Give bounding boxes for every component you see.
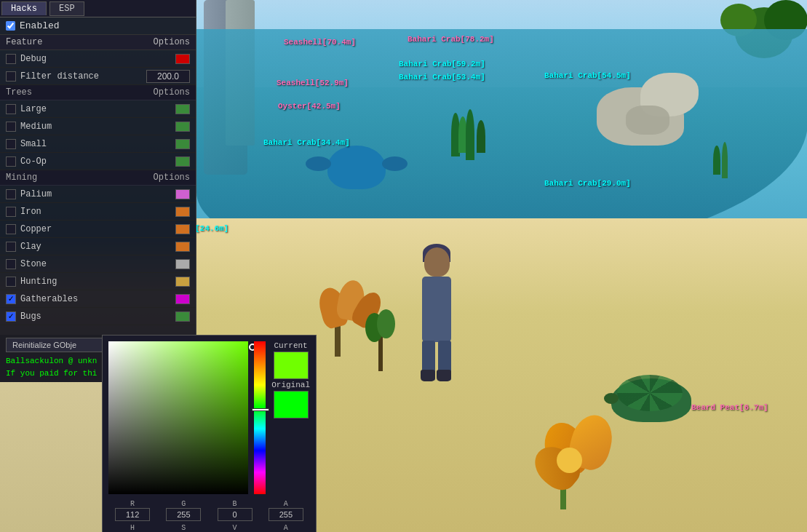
gatherables-checkbox[interactable]: ✓ [6, 294, 16, 304]
mining-stone-color[interactable] [175, 259, 190, 269]
gatherables-row: ✓ Gatherables [0, 290, 196, 308]
hunting-color[interactable] [175, 277, 190, 287]
tree-small-color[interactable] [175, 139, 190, 149]
s-label: S [181, 524, 186, 532]
color-gradient-area[interactable] [108, 341, 248, 494]
character [411, 247, 462, 378]
tab-bar: Hacks ESP [0, 0, 196, 17]
options-col-header: Options [154, 37, 190, 47]
flower [531, 408, 633, 531]
mining-palium-color[interactable] [175, 189, 190, 199]
r-input-group: R [108, 500, 156, 521]
tree-medium-checkbox[interactable] [6, 122, 16, 132]
v-input-group: V [211, 524, 259, 532]
enabled-checkbox[interactable] [6, 21, 15, 31]
hue-bar[interactable] [254, 341, 266, 494]
mining-iron-row: Iron [0, 203, 196, 221]
h-label: H [130, 524, 135, 532]
mining-stone-checkbox[interactable] [6, 259, 16, 269]
tree-medium-label: Medium [20, 122, 52, 132]
tree-large-checkbox[interactable] [6, 104, 16, 114]
tab-hacks[interactable]: Hacks [1, 1, 47, 15]
r-input[interactable] [115, 508, 150, 521]
hunting-label: Hunting [20, 277, 57, 287]
mining-clay-color[interactable] [175, 242, 190, 252]
mining-iron-checkbox[interactable] [6, 207, 16, 217]
plant-group-2 [364, 313, 408, 371]
a2-input-group: A [262, 524, 310, 532]
mining-stone-label: Stone [20, 259, 47, 269]
tree-coop-checkbox[interactable] [6, 156, 16, 167]
mining-clay-label: Clay [20, 242, 41, 252]
mining-stone-row: Stone [0, 255, 196, 273]
hunting-checkbox[interactable] [6, 277, 16, 287]
bugs-color[interactable] [175, 311, 190, 322]
trees-section-header: Trees Options [0, 85, 196, 100]
tree-large-row: Large [0, 100, 196, 118]
filter-distance-label: Filter distance [20, 71, 99, 82]
mining-label: Mining [6, 172, 37, 183]
feature-col-header: Feature [6, 37, 42, 47]
mining-section-header: Mining Options [0, 170, 196, 186]
debug-row: Debug [0, 50, 196, 68]
mining-copper-checkbox[interactable] [6, 224, 16, 234]
crab-claw-right [382, 156, 408, 171]
mining-copper-color[interactable] [175, 224, 190, 234]
g-label: G [181, 500, 186, 508]
filter-distance-input[interactable] [146, 70, 190, 83]
g-input[interactable] [166, 508, 201, 521]
mining-iron-color[interactable] [175, 207, 190, 217]
mining-palium-checkbox[interactable] [6, 189, 16, 199]
current-label: Current [274, 341, 307, 350]
char-body [422, 277, 451, 342]
feature-options-header: Feature Options [0, 35, 196, 50]
trees-label: Trees [6, 87, 32, 98]
seaweed-6 [722, 142, 728, 178]
tab-esp[interactable]: ESP [49, 1, 84, 16]
debug-checkbox[interactable] [6, 54, 16, 64]
filter-distance-row: Filter distance [0, 68, 196, 85]
b-label: B [233, 500, 237, 508]
a-input-group: A [262, 500, 310, 521]
hack-panel: Hacks ESP Enabled Feature Options Debug … [0, 0, 196, 335]
tree-medium-color[interactable] [175, 122, 190, 132]
filter-distance-checkbox[interactable] [6, 71, 16, 82]
enabled-label: Enabled [20, 20, 60, 31]
char-boot-right [437, 370, 451, 381]
mining-iron-label: Iron [20, 207, 41, 217]
crab-claw-left [306, 156, 331, 171]
tree-coop-label: Co-Op [20, 156, 47, 167]
gatherables-color[interactable] [175, 294, 190, 304]
crab-creature [327, 146, 386, 189]
tree-small-checkbox[interactable] [6, 139, 16, 149]
mining-palium-row: Palium [0, 186, 196, 203]
g-input-group: G [159, 500, 207, 521]
seaweed-4 [477, 120, 485, 153]
a-input[interactable] [269, 508, 303, 521]
mining-palium-label: Palium [20, 189, 52, 199]
s-input-group: S [159, 524, 207, 532]
debug-color-swatch[interactable] [175, 54, 190, 64]
mining-clay-row: Clay [0, 238, 196, 255]
r-label: R [130, 500, 135, 508]
hunting-row: Hunting [0, 273, 196, 290]
a2-label: A [284, 524, 288, 532]
current-color-swatch[interactable] [274, 352, 309, 379]
v-label: V [233, 524, 237, 532]
picker-hsva-inputs: H S V A [108, 524, 310, 532]
mining-clay-checkbox[interactable] [6, 242, 16, 252]
seaweed-3 [466, 109, 474, 160]
tree-small-label: Small [20, 139, 47, 149]
bugs-checkbox[interactable]: ✓ [6, 311, 16, 322]
tree-coop-row: Co-Op [0, 153, 196, 170]
bugs-label: Bugs [20, 311, 41, 322]
original-color-swatch [274, 391, 309, 418]
tree-coop-color[interactable] [175, 156, 190, 167]
b-input[interactable] [218, 508, 253, 521]
tree-large-label: Large [20, 104, 47, 114]
tree-large-color[interactable] [175, 104, 190, 114]
h-input-group: H [108, 524, 156, 532]
turtle-shell [617, 375, 683, 411]
rock-3 [626, 106, 669, 135]
b-input-group: B [211, 500, 259, 521]
